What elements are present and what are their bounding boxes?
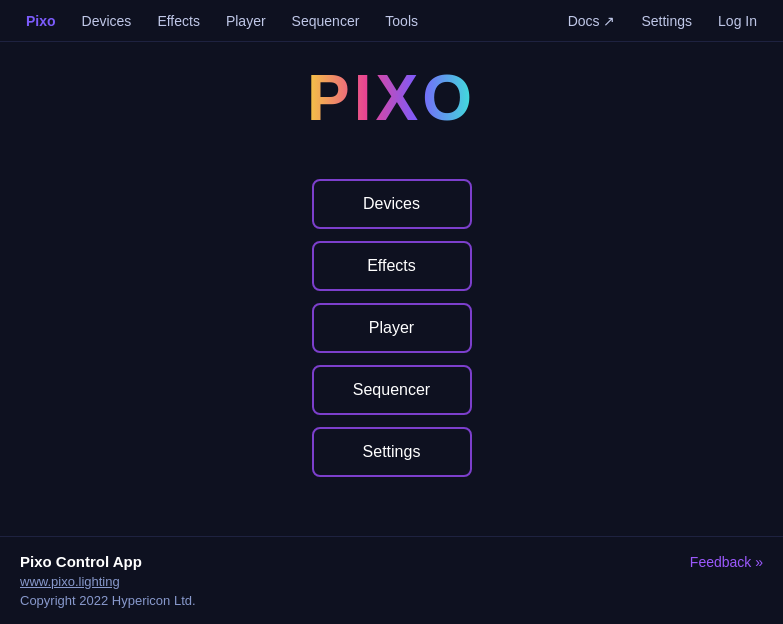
navbar: Pixo Devices Effects Player Sequencer To… [0,0,783,42]
footer: Pixo Control App www.pixo.lighting Copyr… [0,536,783,624]
btn-player[interactable]: Player [312,303,472,353]
main-content: PIXO Devices Effects Player Sequencer Se… [0,42,783,536]
nav-left: Pixo Devices Effects Player Sequencer To… [16,9,558,33]
menu-buttons: Devices Effects Player Sequencer Setting… [312,179,472,477]
nav-item-settings[interactable]: Settings [631,9,702,33]
nav-item-tools[interactable]: Tools [375,9,428,33]
footer-website[interactable]: www.pixo.lighting [20,574,196,589]
footer-right: Feedback » [690,553,763,571]
btn-effects[interactable]: Effects [312,241,472,291]
btn-devices[interactable]: Devices [312,179,472,229]
feedback-link[interactable]: Feedback » [690,554,763,570]
btn-sequencer[interactable]: Sequencer [312,365,472,415]
nav-item-docs[interactable]: Docs ↗ [558,9,626,33]
logo-container: PIXO [307,61,476,135]
nav-item-login[interactable]: Log In [708,9,767,33]
nav-item-sequencer[interactable]: Sequencer [282,9,370,33]
nav-brand[interactable]: Pixo [16,9,66,33]
footer-left: Pixo Control App www.pixo.lighting Copyr… [20,553,196,608]
logo-text: PIXO [307,61,476,135]
nav-item-devices[interactable]: Devices [72,9,142,33]
footer-app-name: Pixo Control App [20,553,196,570]
nav-right: Docs ↗ Settings Log In [558,9,767,33]
btn-settings[interactable]: Settings [312,427,472,477]
nav-item-effects[interactable]: Effects [147,9,210,33]
footer-copyright: Copyright 2022 Hypericon Ltd. [20,593,196,608]
nav-item-player[interactable]: Player [216,9,276,33]
